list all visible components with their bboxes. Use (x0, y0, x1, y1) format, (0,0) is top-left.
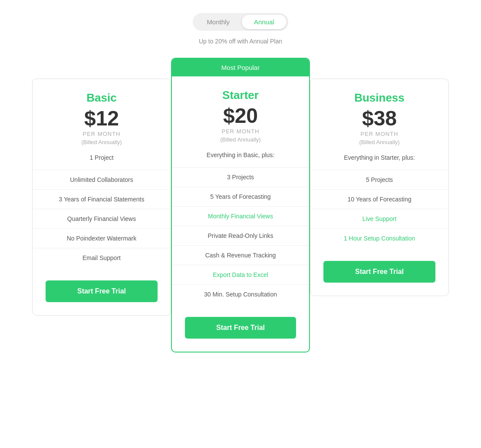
features-list: Unlimited Collaborators3 Years of Financ… (33, 170, 171, 276)
feature-item: 10 Years of Forecasting (310, 189, 448, 209)
plan-name: Starter (181, 89, 300, 102)
feature-item: 30 Min. Setup Consultation (172, 284, 309, 304)
feature-item: Email Support (33, 248, 171, 267)
feature-item: 3 Years of Financial Statements (33, 189, 171, 209)
feature-item: Live Support (310, 209, 448, 228)
plan-price: $38 (319, 108, 440, 129)
feature-item: Quarterly Financial Views (33, 209, 171, 228)
plan-card-business: Business $38 PER MONTH (Billed Annually)… (310, 79, 449, 296)
plan-billed: (Billed Annually) (181, 136, 300, 143)
feature-item: 3 Projects (172, 167, 309, 187)
feature-item: Export Data to Excel (172, 265, 309, 284)
feature-item: 1 Hour Setup Consultation (310, 228, 448, 248)
plan-card-starter: Most Popular Starter $20 PER MONTH (Bill… (171, 58, 310, 352)
plan-tagline: Everything in Basic, plus: (181, 152, 300, 158)
discount-text: Up to 20% off with Annual Plan (199, 38, 282, 45)
plan-price: $12 (41, 108, 162, 129)
plans-container: Basic $12 PER MONTH (Billed Annually) 1 … (10, 58, 471, 352)
cta-button-business[interactable]: Start Free Trial (323, 261, 435, 283)
most-popular-banner: Most Popular (172, 59, 309, 76)
cta-button-starter[interactable]: Start Free Trial (185, 317, 296, 339)
features-list: 5 Projects10 Years of ForecastingLive Su… (310, 170, 448, 257)
cta-section: Start Free Trial (172, 313, 309, 339)
plan-header: Basic $12 PER MONTH (Billed Annually) 1 … (33, 79, 171, 170)
cta-section: Start Free Trial (33, 276, 171, 302)
annual-toggle-btn[interactable]: Annual (242, 15, 287, 29)
plan-billed: (Billed Annually) (41, 139, 162, 145)
features-list: 3 Projects5 Years of ForecastingMonthly … (172, 167, 309, 313)
plan-header: Business $38 PER MONTH (Billed Annually)… (310, 79, 448, 170)
plan-period: PER MONTH (319, 131, 440, 137)
feature-item: Monthly Financial Views (172, 206, 309, 226)
plan-tagline: Everything in Starter, plus: (319, 154, 440, 161)
plan-card-basic: Basic $12 PER MONTH (Billed Annually) 1 … (32, 79, 171, 316)
plan-price: $20 (181, 105, 300, 126)
plan-billed: (Billed Annually) (319, 139, 440, 145)
cta-button-basic[interactable]: Start Free Trial (46, 280, 158, 302)
billing-toggle[interactable]: Monthly Annual (193, 13, 288, 31)
feature-item: 5 Projects (310, 170, 448, 189)
feature-item: Unlimited Collaborators (33, 170, 171, 189)
feature-item: 5 Years of Forecasting (172, 187, 309, 206)
monthly-toggle-btn[interactable]: Monthly (194, 15, 242, 29)
plan-period: PER MONTH (181, 128, 300, 135)
plan-period: PER MONTH (41, 131, 162, 137)
plan-name: Basic (41, 91, 162, 105)
feature-item: Private Read-Only Links (172, 226, 309, 245)
plan-header: Starter $20 PER MONTH (Billed Annually) … (172, 76, 309, 167)
cta-section: Start Free Trial (310, 257, 448, 283)
plan-name: Business (319, 91, 440, 105)
feature-item: No Poindexter Watermark (33, 228, 171, 248)
feature-item: Cash & Revenue Tracking (172, 245, 309, 265)
plan-tagline: 1 Project (41, 154, 162, 161)
